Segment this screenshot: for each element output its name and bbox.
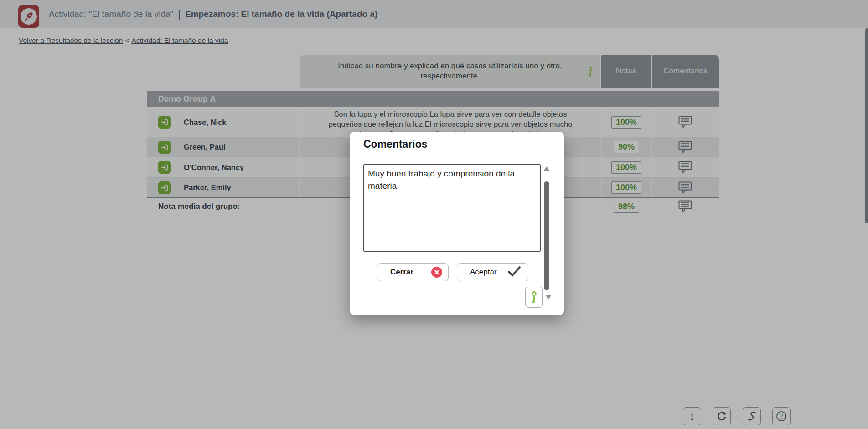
dialog-scrollbar[interactable] (543, 165, 550, 300)
scrollbar-thumb[interactable] (544, 181, 549, 290)
accept-button-label: Aceptar (470, 268, 497, 277)
comment-textarea[interactable]: Muy buen trabajo y comprensión de la mat… (363, 164, 541, 252)
scroll-down-icon[interactable] (546, 295, 551, 300)
app-window: Actividad: "El tamaño de la vida" | Empe… (0, 0, 868, 429)
comments-dialog: Comentarios Muy buen trabajo y comprensi… (350, 132, 564, 315)
dialog-divider (363, 163, 560, 163)
check-icon (506, 265, 522, 279)
close-button-label: Cerrar (390, 268, 413, 277)
accept-button[interactable]: Aceptar (457, 263, 528, 281)
close-x-icon (431, 267, 442, 278)
dialog-title: Comentarios (363, 138, 428, 150)
scroll-up-icon[interactable] (544, 166, 549, 171)
close-button[interactable]: Cerrar (377, 263, 449, 281)
key-icon (530, 290, 538, 304)
answer-key-button[interactable] (525, 287, 542, 308)
